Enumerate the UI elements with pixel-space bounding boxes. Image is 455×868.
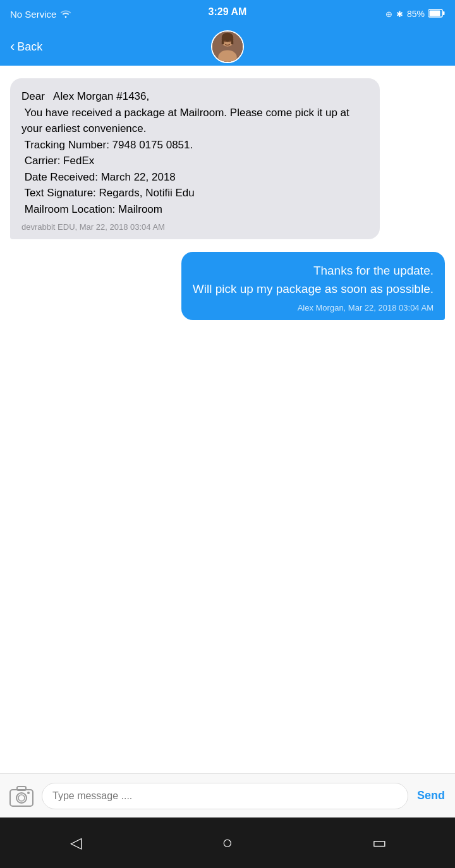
contact-avatar[interactable]: [211, 30, 244, 63]
sent-message-meta: Alex Morgan, Mar 22, 2018 03:04 AM: [193, 303, 434, 312]
svg-rect-8: [231, 39, 234, 44]
sent-message-text: Thanks for the update.Will pick up my pa…: [193, 262, 434, 298]
home-nav-button[interactable]: ○: [209, 824, 246, 862]
status-bar: No Service 3:29 AM ⊕ ✱ 85%: [0, 0, 455, 28]
svg-point-13: [18, 795, 25, 801]
battery-text: 85%: [407, 9, 425, 19]
svg-rect-7: [222, 39, 224, 44]
no-service-text: No Service: [10, 9, 56, 20]
send-button[interactable]: Send: [415, 789, 447, 802]
camera-button[interactable]: [8, 782, 35, 810]
svg-rect-14: [17, 787, 26, 790]
svg-point-10: [229, 40, 231, 42]
recents-nav-button[interactable]: ▭: [360, 824, 398, 862]
back-nav-icon: ◁: [70, 834, 82, 852]
bottom-nav: ◁ ○ ▭: [0, 817, 455, 868]
status-time: 3:29 AM: [209, 6, 247, 18]
received-message-text: Dear Alex Morgan #1436, You have receive…: [21, 88, 368, 217]
wifi-icon: [60, 9, 71, 20]
status-left: No Service: [10, 9, 71, 20]
svg-point-9: [224, 40, 226, 42]
home-nav-icon: ○: [222, 833, 233, 853]
message-input[interactable]: [42, 783, 408, 809]
svg-point-15: [27, 792, 30, 794]
input-bar: Send: [0, 773, 455, 817]
location-icon: ⊕: [385, 9, 392, 19]
received-message-bubble: Dear Alex Morgan #1436, You have receive…: [10, 78, 380, 239]
svg-rect-2: [430, 10, 440, 16]
status-right: ⊕ ✱ 85%: [385, 9, 445, 20]
received-message-meta: devrabbit EDU, Mar 22, 2018 03:04 AM: [21, 222, 368, 232]
recents-nav-icon: ▭: [372, 834, 387, 852]
back-button[interactable]: ‹ Back: [10, 39, 42, 55]
battery-icon: [428, 9, 445, 20]
svg-rect-1: [443, 11, 445, 15]
bluetooth-icon: ✱: [396, 9, 403, 19]
avatar-image: [212, 32, 243, 62]
nav-bar: ‹ Back: [0, 28, 455, 66]
messages-area: Dear Alex Morgan #1436, You have receive…: [0, 66, 455, 773]
back-label: Back: [17, 40, 42, 54]
back-nav-button[interactable]: ◁: [57, 824, 95, 862]
chevron-left-icon: ‹: [10, 39, 15, 55]
sent-message-bubble: Thanks for the update.Will pick up my pa…: [181, 252, 445, 320]
